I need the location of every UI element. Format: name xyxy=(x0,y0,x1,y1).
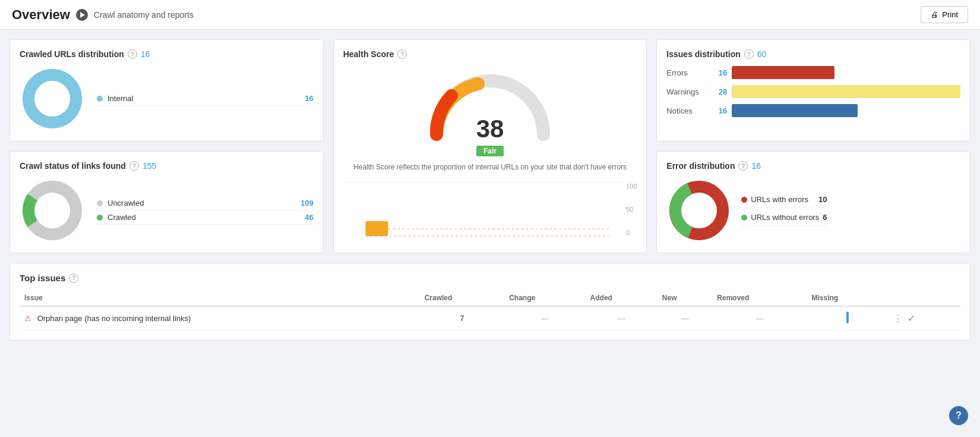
crawled-urls-legend: Internal 16 xyxy=(97,92,314,106)
col-issue: Issue xyxy=(20,290,420,306)
errors-label: Errors xyxy=(666,68,708,77)
health-score-card: Health Score ? 38 Fair Health Score refl… xyxy=(333,39,647,253)
table-row: ⚠ Orphan page (has no incoming internal … xyxy=(20,306,960,331)
removed-cell: — xyxy=(712,306,807,331)
issues-distribution-title: Issues distribution ? 60 xyxy=(666,49,960,59)
crawled-cell: 7 xyxy=(420,306,505,331)
health-chart-svg xyxy=(343,188,637,242)
change-cell: — xyxy=(504,306,585,331)
urls-without-errors-label: URLs without errors xyxy=(751,213,819,222)
error-distribution-count: 16 xyxy=(751,161,761,171)
urls-with-errors-dot xyxy=(741,197,747,203)
health-chart-area: 100 50 0 xyxy=(343,182,637,241)
list-item: URLs with errors 10 xyxy=(741,195,827,208)
notices-label: Notices xyxy=(666,106,708,115)
col-added: Added xyxy=(586,290,657,306)
top-issues-help-icon[interactable]: ? xyxy=(69,273,78,283)
svg-point-7 xyxy=(39,197,65,224)
printer-icon: 🖨 xyxy=(931,10,938,19)
crawled-urls-donut xyxy=(20,66,85,131)
page-title: Overview xyxy=(12,7,70,23)
header: Overview Crawl anatomy and reports 🖨 Pri… xyxy=(0,0,980,30)
col-actions xyxy=(889,290,960,306)
issue-cell: ⚠ Orphan page (has no incoming internal … xyxy=(20,306,420,331)
more-options-icon[interactable]: ⋮ xyxy=(893,313,903,324)
error-distribution-card: Error distribution ? 16 URLs with errors… xyxy=(656,151,970,253)
list-item: Uncrawled 109 xyxy=(97,196,314,210)
uncrawled-label: Uncrawled xyxy=(108,199,144,208)
svg-rect-3 xyxy=(365,221,388,236)
svg-point-1 xyxy=(39,86,65,112)
error-distribution-title: Error distribution ? 16 xyxy=(666,161,960,171)
issue-text: Orphan page (has no incoming internal li… xyxy=(37,314,191,323)
warnings-label: Warnings xyxy=(666,87,708,96)
chart-label-50: 50 xyxy=(626,206,637,213)
header-left: Overview Crawl anatomy and reports xyxy=(12,7,194,23)
issues-distribution-card: Issues distribution ? 60 Errors 16 Warni… xyxy=(656,39,970,142)
crawled-value: 46 xyxy=(305,213,313,222)
error-icon: ⚠ xyxy=(24,314,31,323)
crawled-urls-card: Crawled URLs distribution ? 16 Internal … xyxy=(10,39,324,142)
error-distribution-help-icon[interactable]: ? xyxy=(738,161,748,171)
chart-label-100: 100 xyxy=(626,183,637,190)
health-description: Health Score reflects the proportion of … xyxy=(343,162,637,172)
errors-bar-fill xyxy=(732,66,834,79)
list-item: Internal 16 xyxy=(97,92,314,106)
missing-bar xyxy=(846,312,849,323)
gauge-score: 38 xyxy=(476,115,504,143)
warnings-count: 28 xyxy=(713,87,727,96)
new-cell: — xyxy=(657,306,712,331)
print-button[interactable]: 🖨 Print xyxy=(921,6,968,23)
error-distribution-donut xyxy=(666,178,732,243)
crawl-status-legend: Uncrawled 109 Crawled 46 xyxy=(97,196,314,225)
play-icon[interactable] xyxy=(76,9,88,21)
print-label: Print xyxy=(942,10,958,19)
check-icon[interactable]: ✓ xyxy=(908,313,915,324)
list-item: Errors 16 xyxy=(666,66,960,79)
errors-count: 16 xyxy=(713,68,727,77)
top-issues-title: Top issues ? xyxy=(20,273,960,283)
table-header-row: Issue Crawled Change Added New Removed M… xyxy=(20,290,960,306)
main-content: Crawled URLs distribution ? 16 Internal … xyxy=(0,30,980,350)
crawled-label: Crawled xyxy=(108,213,136,222)
urls-without-errors-value: 6 xyxy=(823,213,827,222)
breadcrumb: Crawl anatomy and reports xyxy=(94,10,194,20)
issues-bars: Errors 16 Warnings 28 Notices 16 xyxy=(666,66,960,117)
urls-with-errors-label: URLs with errors xyxy=(751,195,808,204)
notices-bar-bg xyxy=(732,104,960,117)
issues-distribution-help-icon[interactable]: ? xyxy=(744,49,754,59)
notices-count: 16 xyxy=(713,106,727,115)
errors-bar-bg xyxy=(732,66,960,79)
list-item: Crawled 46 xyxy=(97,210,314,225)
urls-without-errors-dot xyxy=(741,215,747,221)
col-crawled: Crawled xyxy=(420,290,505,306)
col-missing: Missing xyxy=(807,290,889,306)
crawled-urls-help-icon[interactable]: ? xyxy=(128,49,137,59)
internal-value: 16 xyxy=(305,94,313,103)
internal-label: Internal xyxy=(108,94,133,103)
col-removed: Removed xyxy=(712,290,807,306)
col-new: New xyxy=(657,290,712,306)
health-gauge-container: 38 Fair xyxy=(343,66,637,156)
crawl-status-help-icon[interactable]: ? xyxy=(129,161,139,171)
crawl-status-card: Crawl status of links found ? 155 Uncraw… xyxy=(10,151,324,253)
svg-point-10 xyxy=(686,197,712,224)
chart-label-0: 0 xyxy=(626,229,637,236)
health-score-help-icon[interactable]: ? xyxy=(397,49,407,59)
urls-with-errors-value: 10 xyxy=(818,195,827,204)
list-item: Notices 16 xyxy=(666,104,960,117)
health-score-title: Health Score ? xyxy=(343,49,637,59)
uncrawled-value: 109 xyxy=(301,199,314,208)
top-issues-section: Top issues ? Issue Crawled Change Added … xyxy=(10,263,970,341)
warnings-bar-bg xyxy=(732,85,960,98)
error-legend: URLs with errors 10 URLs without errors … xyxy=(741,195,827,226)
crawl-status-donut xyxy=(20,178,85,243)
col-change: Change xyxy=(504,290,585,306)
crawled-dot xyxy=(97,215,103,221)
missing-cell xyxy=(807,306,889,331)
error-donut-row: URLs with errors 10 URLs without errors … xyxy=(666,178,960,243)
notices-bar-fill xyxy=(732,104,858,117)
crawled-urls-donut-row: Internal 16 xyxy=(20,66,314,131)
warnings-bar-fill xyxy=(732,85,960,98)
crawl-status-donut-row: Uncrawled 109 Crawled 46 xyxy=(20,178,314,243)
